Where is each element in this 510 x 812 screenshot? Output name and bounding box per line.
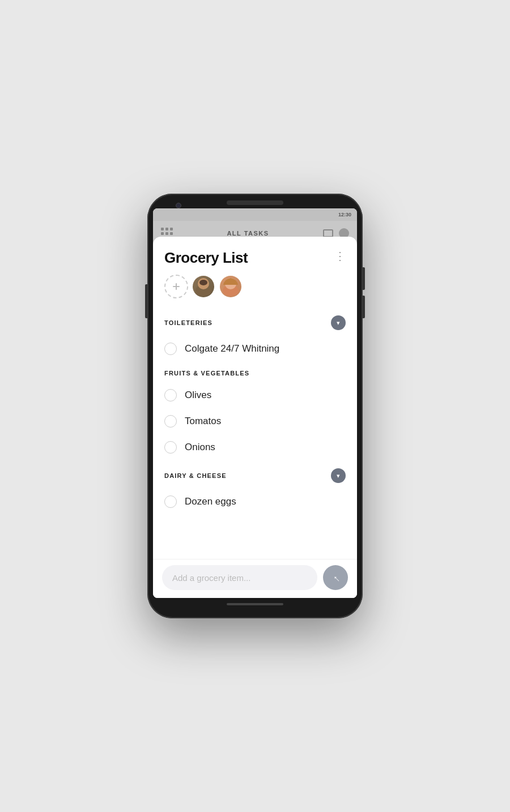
chevron-down-icon-dairy: ▾	[337, 473, 340, 479]
grocery-list-modal: Grocery List ⋮	[153, 237, 357, 598]
checkbox-dozen-eggs[interactable]	[164, 495, 177, 508]
item-label-colgate: Colgate 24/7 Whitning	[185, 343, 279, 354]
collaborator-avatar-1[interactable]	[192, 275, 215, 298]
section-toileteries-header: TOILETERIES ▾	[164, 307, 346, 336]
add-collaborator-button[interactable]	[164, 275, 188, 298]
checkbox-tomatos[interactable]	[164, 415, 177, 428]
section-fruits-header: FRUITS & VEGETABLES	[164, 362, 346, 382]
checkbox-olives[interactable]	[164, 389, 177, 401]
phone-bottom	[227, 598, 283, 610]
list-item-dozen-eggs[interactable]: Dozen eggs	[164, 489, 346, 515]
item-label-olives: Olives	[185, 390, 211, 401]
list-item-tomatos[interactable]: Tomatos	[164, 408, 346, 434]
more-options-button[interactable]: ⋮	[334, 249, 346, 262]
phone-camera	[176, 203, 181, 208]
item-label-onions: Onions	[185, 442, 215, 453]
modal-footer: ↑	[153, 559, 357, 598]
list-item-colgate[interactable]: Colgate 24/7 Whitning	[164, 336, 346, 362]
section-fruits-title: FRUITS & VEGETABLES	[164, 370, 249, 377]
section-toileteries-title: TOILETERIES	[164, 319, 212, 326]
home-bar	[227, 603, 283, 605]
dairy-collapse-button[interactable]: ▾	[331, 468, 346, 483]
phone-screen: 12:30 ALL TASKS Grocery List ⋮	[153, 208, 357, 598]
checkbox-onions[interactable]	[164, 441, 177, 454]
item-label-tomatos: Tomatos	[185, 416, 221, 427]
volume-down-button	[363, 296, 365, 318]
power-button	[145, 284, 147, 318]
list-item-onions[interactable]: Onions	[164, 434, 346, 460]
status-bar: 12:30	[153, 208, 357, 221]
add-item-input[interactable]	[162, 565, 317, 590]
section-dairy-title: DAIRY & CHEESE	[164, 472, 227, 479]
list-item-olives[interactable]: Olives	[164, 382, 346, 408]
send-icon: ↑	[330, 572, 342, 584]
volume-up-button	[363, 267, 365, 290]
chevron-down-icon: ▾	[337, 320, 340, 326]
collaborators-row	[153, 272, 357, 307]
section-dairy-header: DAIRY & CHEESE ▾	[164, 460, 346, 489]
item-label-dozen-eggs: Dozen eggs	[185, 496, 236, 507]
send-button[interactable]: ↑	[323, 565, 348, 590]
book-icon	[323, 229, 333, 237]
modal-header: Grocery List ⋮	[153, 237, 357, 272]
status-time: 12:30	[338, 212, 351, 217]
modal-body: TOILETERIES ▾ Colgate 24/7 Whitning FRUI…	[153, 307, 357, 559]
app-bar-title: ALL TASKS	[227, 230, 269, 237]
toileteries-collapse-button[interactable]: ▾	[331, 315, 346, 330]
phone-speaker	[227, 200, 283, 205]
collaborator-avatar-2[interactable]	[219, 275, 243, 298]
svg-point-4	[199, 280, 207, 285]
phone-device: 12:30 ALL TASKS Grocery List ⋮	[147, 194, 363, 618]
modal-title: Grocery List	[164, 249, 248, 267]
checkbox-colgate[interactable]	[164, 343, 177, 355]
